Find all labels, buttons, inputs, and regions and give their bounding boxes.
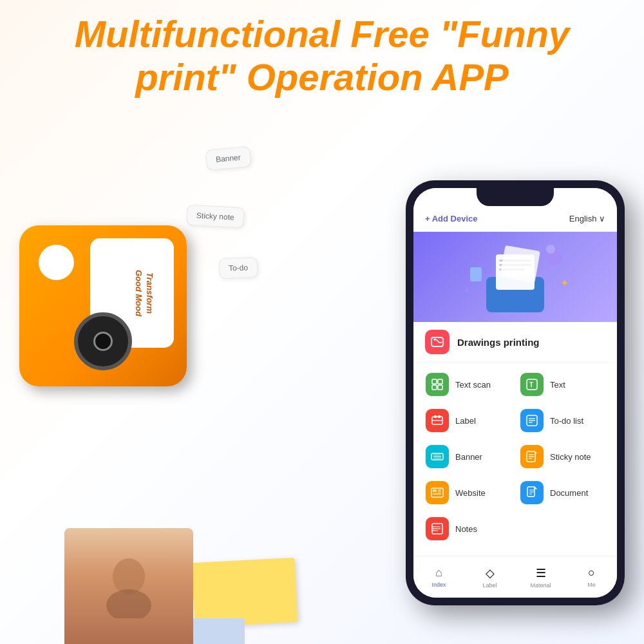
svg-rect-23 bbox=[434, 415, 437, 418]
notes-icon bbox=[426, 517, 449, 540]
menu-item-text[interactable]: T Text bbox=[518, 369, 607, 400]
menu-item-document[interactable]: Document bbox=[518, 477, 607, 508]
banner-label: Banner bbox=[455, 452, 482, 462]
index-nav-label: Index bbox=[431, 582, 446, 588]
material-nav-label: Material bbox=[530, 582, 551, 589]
svg-rect-15 bbox=[432, 379, 437, 384]
banner-icon bbox=[426, 445, 449, 468]
printer-button[interactable] bbox=[74, 312, 132, 370]
me-nav-icon: ○ bbox=[588, 566, 595, 580]
menu-item-todo[interactable]: To-do list bbox=[518, 405, 607, 436]
sticky-note-label: Sticky note bbox=[550, 452, 591, 462]
nav-tab-me[interactable]: ○ Me bbox=[566, 566, 617, 588]
drawings-printing-icon bbox=[425, 330, 450, 354]
menu-item-label[interactable]: Label bbox=[423, 405, 513, 436]
index-nav-icon: ⌂ bbox=[435, 566, 442, 580]
printer-label: Transform Good Mood bbox=[133, 270, 155, 316]
label-icon bbox=[426, 409, 449, 432]
me-nav-label: Me bbox=[587, 582, 596, 588]
drawings-printing-section[interactable]: Drawings printing bbox=[413, 322, 617, 363]
nav-tab-index[interactable]: ⌂ Index bbox=[413, 566, 464, 588]
menu-item-website[interactable]: Website bbox=[423, 477, 513, 508]
website-icon bbox=[426, 481, 449, 504]
menu-item-sticky-note[interactable]: Sticky note bbox=[518, 441, 607, 472]
main-title: Multifunctional Free "Funny print" Opera… bbox=[0, 13, 644, 99]
phone-area: + Add Device English ∨ bbox=[406, 180, 625, 605]
document-icon bbox=[520, 481, 544, 504]
text-label: Text bbox=[550, 380, 565, 390]
menu-item-banner[interactable]: Banner bbox=[423, 441, 513, 472]
photo-strip bbox=[64, 528, 193, 644]
material-nav-icon: ☰ bbox=[536, 566, 546, 580]
bg-card-todo: To-do bbox=[218, 257, 258, 279]
label-nav-label: Label bbox=[482, 582, 497, 589]
app-hero-banner: ✦ ✦ bbox=[413, 232, 617, 322]
add-device-button[interactable]: + Add Device bbox=[425, 214, 478, 223]
document-label: Document bbox=[550, 488, 588, 498]
svg-rect-18 bbox=[438, 385, 442, 390]
svg-point-51 bbox=[433, 528, 434, 529]
label-nav-icon: ◇ bbox=[486, 566, 495, 580]
label-label: Label bbox=[455, 416, 476, 426]
svg-rect-17 bbox=[432, 385, 437, 390]
svg-point-0 bbox=[113, 558, 145, 594]
hero-illustration: ✦ ✦ bbox=[451, 235, 580, 319]
bg-card-banner: Banner bbox=[205, 146, 251, 171]
svg-rect-16 bbox=[438, 379, 442, 384]
todo-icon bbox=[520, 409, 544, 432]
svg-point-14 bbox=[434, 339, 436, 341]
yellow-note bbox=[191, 558, 298, 627]
nav-tab-material[interactable]: ☰ Material bbox=[515, 566, 566, 589]
sticky-note-icon bbox=[520, 445, 544, 468]
nav-tab-label[interactable]: ◇ Label bbox=[464, 566, 515, 589]
svg-rect-38 bbox=[433, 489, 437, 492]
text-scan-label: Text scan bbox=[455, 380, 491, 390]
svg-point-50 bbox=[433, 526, 434, 527]
app-bottom-nav: ⌂ Index ◇ Label ☰ Material ○ Me bbox=[413, 556, 617, 598]
menu-item-text-scan[interactable]: Text scan bbox=[423, 369, 513, 400]
drawings-printing-label: Drawings printing bbox=[457, 337, 540, 348]
phone-device: + Add Device English ∨ bbox=[406, 180, 625, 605]
svg-text:T: T bbox=[529, 381, 533, 388]
notes-label: Notes bbox=[455, 524, 477, 534]
svg-text:✦: ✦ bbox=[464, 286, 470, 295]
todo-label: To-do list bbox=[550, 416, 583, 426]
text-scan-icon bbox=[426, 373, 449, 396]
svg-point-1 bbox=[106, 589, 151, 618]
svg-point-9 bbox=[546, 245, 555, 254]
printer-body: Transform Good Mood bbox=[19, 225, 187, 386]
printer-button-inner bbox=[93, 332, 113, 351]
hero-decoration: ✦ ✦ bbox=[413, 232, 617, 322]
language-selector[interactable]: English ∨ bbox=[569, 214, 605, 223]
svg-rect-7 bbox=[500, 245, 540, 283]
svg-rect-24 bbox=[438, 415, 440, 418]
website-label: Website bbox=[455, 488, 486, 498]
app-menu-grid: Text scan T Text bbox=[413, 363, 617, 551]
phone-notch bbox=[477, 188, 554, 206]
svg-rect-10 bbox=[470, 267, 482, 281]
bg-card-sticky: Sticky note bbox=[186, 205, 244, 229]
phone-screen: + Add Device English ∨ bbox=[413, 188, 617, 598]
printer-area: Transform Good Mood bbox=[19, 225, 187, 386]
photo-content bbox=[64, 528, 193, 644]
text-icon: T bbox=[520, 373, 544, 396]
menu-item-notes[interactable]: Notes bbox=[423, 513, 513, 544]
svg-text:✦: ✦ bbox=[560, 278, 569, 289]
svg-point-52 bbox=[433, 530, 434, 531]
title-area: Multifunctional Free "Funny print" Opera… bbox=[0, 13, 644, 99]
printer-white-circle bbox=[39, 245, 74, 280]
